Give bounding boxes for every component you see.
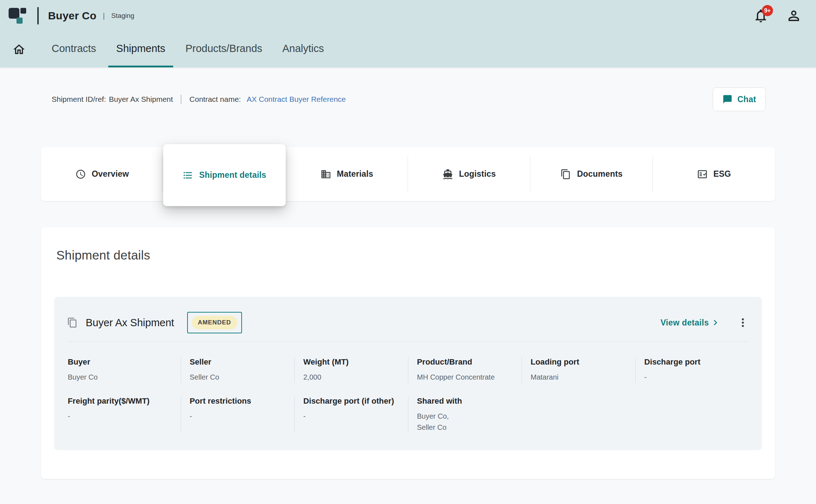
field-buyer: Buyer Buyer Co: [67, 357, 181, 383]
tab-logistics[interactable]: Logistics: [408, 147, 530, 201]
kebab-menu-button[interactable]: [737, 317, 749, 329]
list-icon: [182, 170, 193, 181]
status-badge-label: AMENDED: [192, 316, 237, 329]
env-label: Staging: [111, 12, 134, 20]
home-button[interactable]: [12, 32, 26, 67]
shipment-tab-strip: Overview Shipment details Materials Logi…: [41, 147, 775, 201]
tab-materials-label: Materials: [337, 169, 374, 179]
field-loading-port: Loading port Matarani: [522, 357, 635, 383]
field-weight: Weight (MT) 2,000: [294, 357, 408, 383]
field-empty-2: [635, 396, 749, 433]
shipment-meta-row: Shipment ID/ref: Buyer Ax Shipment Contr…: [41, 87, 775, 111]
status-badge: AMENDED: [187, 312, 242, 333]
documents-icon: [560, 169, 571, 180]
field-seller: Seller Seller Co: [181, 357, 294, 383]
field-grid: Buyer Buyer Co Seller Seller Co Weight (…: [67, 357, 749, 433]
ship-icon: [442, 169, 453, 180]
field-discharge-port-other: Discharge port (if other) -: [294, 396, 408, 433]
shipment-id-label: Shipment ID/ref:: [52, 95, 106, 104]
factory-icon: [321, 169, 331, 180]
section-title: Shipment details: [56, 248, 762, 262]
contract-name-link[interactable]: AX Contract Buyer Reference: [247, 95, 346, 104]
logo-divider: [37, 7, 39, 24]
notifications-button[interactable]: 9+: [753, 8, 769, 24]
tab-esg-label: ESG: [713, 169, 731, 179]
esg-icon: [697, 169, 708, 180]
tab-documents-label: Documents: [577, 169, 622, 179]
field-freight-parity: Freight parity($/WMT) -: [67, 396, 181, 433]
account-button[interactable]: [786, 8, 802, 24]
primary-nav: Contracts Shipments Products/Brands Anal…: [0, 32, 816, 67]
field-product-brand: Product/Brand MH Copper Concentrate: [408, 357, 522, 383]
chat-button-label: Chat: [737, 95, 756, 104]
shipment-summary-header: Buyer Ax Shipment AMENDED View details: [67, 306, 749, 339]
tab-shipment-details-label: Shipment details: [199, 170, 266, 180]
top-bar: Buyer Co | Staging 9+ Contracts Shipment…: [0, 0, 816, 67]
field-shared-with: Shared with Buyer Co, Seller Co: [408, 396, 522, 433]
tab-shipment-details[interactable]: Shipment details: [163, 144, 285, 206]
shipment-details-section: Shipment details Buyer Ax Shipment AMEND…: [41, 227, 775, 479]
breadcrumb: Shipment ID/ref: Buyer Ax Shipment Contr…: [52, 95, 346, 104]
env-divider: |: [103, 12, 105, 20]
nav-contracts[interactable]: Contracts: [44, 32, 104, 67]
tab-documents[interactable]: Documents: [530, 147, 653, 201]
field-port-restrictions: Port restrictions -: [181, 396, 294, 433]
logo-icon: [7, 5, 28, 26]
main-content: Shipment ID/ref: Buyer Ax Shipment Contr…: [0, 87, 816, 479]
shipment-id-value: Buyer Ax Shipment: [109, 95, 173, 104]
tab-overview-label: Overview: [92, 169, 129, 179]
kebab-icon: [737, 317, 749, 329]
nav-products-brands[interactable]: Products/Brands: [177, 32, 270, 67]
app-title: Buyer Co: [48, 10, 96, 22]
tab-esg[interactable]: ESG: [653, 147, 775, 201]
field-empty-1: [522, 396, 635, 433]
nav-shipments[interactable]: Shipments: [108, 32, 173, 67]
chat-icon: [722, 94, 732, 104]
shipment-title: Buyer Ax Shipment: [86, 317, 174, 329]
app-header: Buyer Co | Staging 9+: [0, 0, 816, 32]
tab-logistics-label: Logistics: [459, 169, 496, 179]
header-divider: [67, 341, 749, 342]
person-icon: [786, 8, 802, 24]
app-logo[interactable]: [7, 5, 28, 26]
shipment-summary-card: Buyer Ax Shipment AMENDED View details: [54, 297, 762, 450]
chat-button[interactable]: Chat: [713, 87, 766, 111]
tab-overview[interactable]: Overview: [41, 147, 163, 201]
file-icon: [67, 317, 78, 328]
contract-name-label: Contract name:: [189, 95, 241, 104]
view-details-link[interactable]: View details: [660, 317, 721, 328]
nav-analytics[interactable]: Analytics: [275, 32, 332, 67]
meta-divider: [181, 95, 181, 104]
field-discharge-port: Discharge port -: [635, 357, 749, 383]
notification-badge: 9+: [762, 5, 773, 16]
home-icon: [12, 43, 26, 56]
tab-materials[interactable]: Materials: [286, 147, 408, 201]
chevron-right-icon: [710, 317, 721, 328]
view-details-label: View details: [660, 318, 709, 328]
clock-icon: [75, 169, 86, 180]
